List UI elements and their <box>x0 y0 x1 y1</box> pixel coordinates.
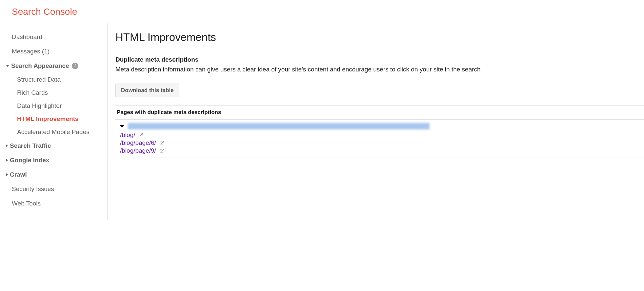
url-text: /blog/ <box>120 131 135 139</box>
table-row: /blog/ /blog/page/6/ <box>115 120 644 158</box>
sidebar-heading-label: Search Appearance <box>11 62 69 69</box>
sidebar-subitem-html-improvements[interactable]: HTML Improvements <box>0 112 107 126</box>
main-content: HTML Improvements Duplicate meta descrip… <box>108 23 644 220</box>
url-text: /blog/page/9/ <box>120 147 156 154</box>
header: Search Console <box>0 0 644 23</box>
page-title: HTML Improvements <box>115 31 644 44</box>
container: Dashboard Messages (1) Search Appearance… <box>0 23 644 220</box>
chevron-down-icon <box>6 65 9 67</box>
sidebar-heading-search-appearance[interactable]: Search Appearance i <box>0 59 107 73</box>
row-expander[interactable] <box>120 123 643 129</box>
svg-line-2 <box>161 149 164 151</box>
info-icon[interactable]: i <box>72 63 78 69</box>
url-list: /blog/ /blog/page/6/ <box>120 131 643 155</box>
sidebar-item-messages[interactable]: Messages (1) <box>0 44 107 59</box>
external-link-icon[interactable] <box>138 133 143 138</box>
external-link-icon[interactable] <box>159 148 164 153</box>
sidebar-heading-search-traffic[interactable]: Search Traffic <box>0 139 107 153</box>
sidebar-label: Dashboard <box>12 33 42 41</box>
sidebar-label: Security Issues <box>12 185 54 193</box>
sidebar-heading-label: Search Traffic <box>10 142 51 149</box>
sidebar-label: Web Tools <box>12 200 41 207</box>
chevron-right-icon <box>6 173 8 176</box>
sidebar-item-web-tools[interactable]: Web Tools <box>0 196 107 211</box>
chevron-down-icon <box>120 125 124 127</box>
svg-line-1 <box>161 141 164 143</box>
download-table-button[interactable]: Download this table <box>115 84 179 97</box>
sidebar-heading-crawl[interactable]: Crawl <box>0 167 107 182</box>
sidebar-heading-label: Crawl <box>10 171 27 178</box>
url-link[interactable]: /blog/page/9/ <box>120 147 164 154</box>
sidebar-item-dashboard[interactable]: Dashboard <box>0 30 107 44</box>
url-text: /blog/page/6/ <box>120 139 156 146</box>
sidebar-label: Messages (1) <box>12 48 50 55</box>
svg-line-0 <box>141 133 143 135</box>
table-header: Pages with duplicate meta descriptions <box>115 105 644 120</box>
sidebar-heading-label: Google Index <box>10 157 49 164</box>
redacted-meta-description <box>128 123 430 129</box>
sidebar-item-security-issues[interactable]: Security Issues <box>0 182 107 196</box>
url-link[interactable]: /blog/ <box>120 131 143 139</box>
section-description: Meta description information can give us… <box>115 66 644 73</box>
sidebar-subitem-structured-data[interactable]: Structured Data <box>0 73 107 86</box>
sidebar-subitem-rich-cards[interactable]: Rich Cards <box>0 86 107 99</box>
url-link[interactable]: /blog/page/6/ <box>120 139 164 146</box>
sidebar: Dashboard Messages (1) Search Appearance… <box>0 23 108 220</box>
sidebar-subitem-data-highlighter[interactable]: Data Highlighter <box>0 99 107 112</box>
chevron-right-icon <box>6 144 8 147</box>
sidebar-heading-google-index[interactable]: Google Index <box>0 153 107 167</box>
sidebar-subitem-amp[interactable]: Accelerated Mobile Pages <box>0 126 107 139</box>
external-link-icon[interactable] <box>159 141 164 146</box>
logo[interactable]: Search Console <box>12 7 77 17</box>
chevron-right-icon <box>6 159 8 162</box>
section-title: Duplicate meta descriptions <box>115 56 644 63</box>
